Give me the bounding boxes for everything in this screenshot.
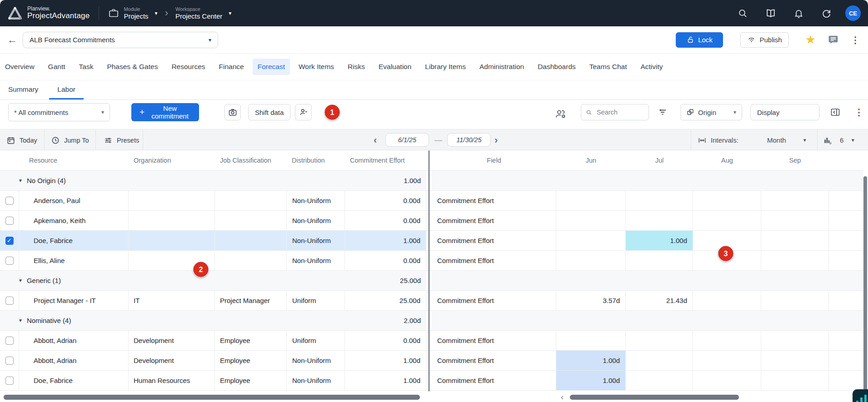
interval-count-value[interactable]: 6	[840, 129, 843, 151]
tab-evaluation[interactable]: Evaluation	[374, 59, 416, 75]
chevron-down-icon[interactable]: ▾	[155, 10, 158, 16]
resource-row-doe-fabrice[interactable]: Doe, FabriceHuman ResourcesEmployeeNon-U…	[0, 371, 863, 391]
favorite-star-icon[interactable]: ★	[805, 33, 816, 47]
month-cell-jul[interactable]: 1.00d	[626, 231, 693, 250]
group-row-nominative-4[interactable]: ▼Nominative (4)2.00d	[0, 311, 863, 331]
back-arrow-icon[interactable]: ←	[7, 34, 17, 46]
group-by-origin-dropdown[interactable]: Origin ▾	[680, 104, 742, 120]
row-checkbox[interactable]	[5, 357, 14, 365]
group-label[interactable]: ▼No Origin (4)	[0, 171, 345, 190]
resource-row-anderson-paul[interactable]: Anderson, PaulNon-Uniform0.00dCommitment…	[0, 191, 863, 211]
row-checkbox[interactable]	[5, 217, 14, 225]
month-cell-aug[interactable]	[693, 291, 761, 310]
month-cell-jun[interactable]	[556, 211, 626, 230]
month-cell-jun[interactable]: 3.57d	[556, 291, 626, 310]
date-to-input[interactable]	[447, 133, 491, 147]
presets-button[interactable]: Presets	[104, 129, 139, 151]
module-switcher[interactable]: Module Projects ▾	[108, 6, 157, 20]
tab-administration[interactable]: Administration	[474, 59, 529, 75]
col-header-job-classification[interactable]: Job Classification	[215, 150, 287, 170]
help-library-icon[interactable]	[765, 8, 776, 19]
new-commitment-button[interactable]: + New commitment	[131, 103, 199, 121]
col-header-sep[interactable]: Sep	[761, 150, 829, 170]
tab-teams-chat[interactable]: Teams Chat	[584, 59, 632, 75]
month-cell-jul[interactable]	[626, 211, 693, 230]
interval-unit-value[interactable]: Month	[767, 129, 786, 151]
row-checkbox[interactable]	[5, 337, 14, 345]
month-cell-jun[interactable]	[556, 231, 626, 250]
month-cell-sep[interactable]	[761, 351, 829, 370]
month-cell-aug[interactable]	[693, 351, 761, 370]
more-options-kebab-icon[interactable]: ⋮	[851, 35, 860, 45]
month-cell-jun[interactable]	[556, 251, 626, 270]
resource-row-apkemano-keith[interactable]: Apkemano, KeithNon-Uniform0.00dCommitmen…	[0, 211, 863, 231]
left-pane-horizontal-scrollbar[interactable]	[4, 395, 420, 400]
resource-row-project-manager-it[interactable]: Project Manager - ITITProject ManagerUni…	[0, 291, 863, 311]
right-pane-horizontal-scrollbar[interactable]	[570, 395, 739, 400]
tab-dashboards[interactable]: Dashboards	[533, 59, 581, 75]
chevron-down-icon[interactable]: ▾	[803, 129, 806, 151]
row-checkbox[interactable]: ✓	[5, 237, 14, 245]
group-label[interactable]: ▼Generic (1)	[0, 271, 345, 290]
month-cell-sep[interactable]	[761, 251, 829, 270]
collapse-triangle-icon[interactable]: ▼	[18, 278, 23, 283]
tab-activity[interactable]: Activity	[635, 59, 668, 75]
tab-work-items[interactable]: Work Items	[294, 59, 339, 75]
date-from-input[interactable]	[385, 133, 429, 147]
month-cell-jul[interactable]	[626, 251, 693, 270]
month-cell-jun[interactable]	[556, 331, 626, 350]
month-cell-jun[interactable]: 1.00d	[556, 371, 626, 390]
resource-row-doe-fabrice[interactable]: ✓Doe, FabriceNon-Uniform1.00dCommitment …	[0, 231, 863, 251]
month-cell-jul[interactable]	[626, 191, 693, 210]
row-checkbox[interactable]	[5, 377, 14, 385]
month-cell-jun[interactable]: 1.00d	[556, 351, 626, 370]
tab-library-items[interactable]: Library Items	[420, 59, 471, 75]
team-settings-icon[interactable]	[554, 108, 567, 120]
row-checkbox[interactable]	[5, 197, 14, 205]
toolbar-kebab-icon[interactable]: ⋮	[854, 107, 863, 118]
global-search-icon[interactable]	[738, 8, 748, 19]
lock-button[interactable]: Lock	[676, 32, 723, 48]
month-cell-aug[interactable]	[693, 211, 761, 230]
month-cell-sep[interactable]	[761, 211, 829, 230]
collapse-triangle-icon[interactable]: ▼	[18, 318, 23, 323]
col-header-resource[interactable]: Resource	[19, 150, 129, 170]
today-button[interactable]: Today	[6, 129, 37, 151]
table-search[interactable]	[581, 104, 649, 120]
month-cell-sep[interactable]	[761, 291, 829, 310]
vertical-scrollbar[interactable]	[863, 176, 867, 399]
subtab-summary[interactable]: Summary	[0, 80, 46, 99]
tab-resources[interactable]: Resources	[166, 59, 210, 75]
snapshot-camera-button[interactable]	[224, 104, 241, 120]
month-cell-sep[interactable]	[761, 331, 829, 350]
resource-row-abbott-adrian[interactable]: Abbott, AdrianDevelopmentEmployeeNon-Uni…	[0, 351, 863, 371]
insights-widget-button[interactable]	[853, 389, 868, 402]
jump-to-button[interactable]: Jump To	[51, 129, 89, 151]
col-header-jul[interactable]: Jul	[626, 150, 693, 170]
notifications-bell-icon[interactable]	[793, 8, 804, 19]
col-header-field[interactable]: Field	[432, 150, 556, 170]
col-header-commitment-effort[interactable]: Commitment Effort	[345, 150, 426, 170]
chevron-down-icon[interactable]: ▾	[229, 10, 231, 16]
month-cell-jul[interactable]: 21.43d	[626, 291, 693, 310]
search-input[interactable]	[596, 108, 644, 116]
refresh-icon[interactable]	[821, 8, 832, 19]
tab-forecast[interactable]: Forecast	[253, 59, 290, 75]
col-header-aug[interactable]: Aug	[693, 150, 761, 170]
display-options-button[interactable]: Display	[750, 104, 819, 120]
scroll-left-chevron-icon[interactable]: ‹	[561, 392, 564, 402]
col-header-organization[interactable]: Organization	[129, 150, 215, 170]
month-cell-jul[interactable]	[626, 371, 693, 390]
month-cell-sep[interactable]	[761, 371, 829, 390]
month-cell-jul[interactable]	[626, 331, 693, 350]
tab-overview[interactable]: Overview	[0, 59, 40, 75]
tab-gantt[interactable]: Gantt	[43, 59, 70, 75]
col-header-distribution[interactable]: Distribution	[287, 150, 345, 170]
tab-task[interactable]: Task	[74, 59, 99, 75]
group-label[interactable]: ▼Nominative (4)	[0, 311, 345, 330]
tab-risks[interactable]: Risks	[343, 59, 370, 75]
row-checkbox[interactable]	[5, 257, 14, 265]
row-checkbox[interactable]	[5, 297, 14, 305]
pane-splitter-handle[interactable]	[428, 150, 430, 392]
chevron-down-icon[interactable]: ▾	[852, 129, 854, 151]
